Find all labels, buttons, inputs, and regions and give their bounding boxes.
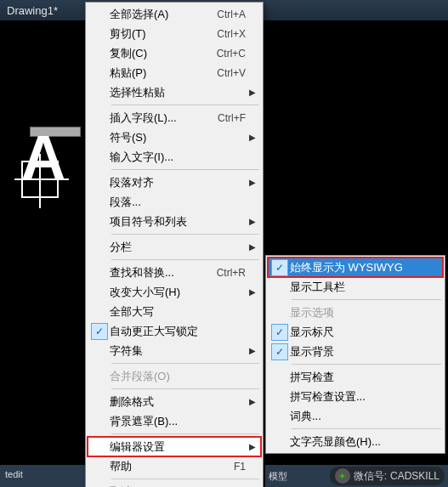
menu-separator bbox=[111, 105, 259, 105]
menu-shortcut: Ctrl+X bbox=[217, 28, 246, 40]
menu-item-label: 词典... bbox=[290, 409, 428, 424]
menu-separator bbox=[111, 479, 259, 479]
menu-item[interactable]: 字符集▶ bbox=[88, 341, 261, 360]
menu-item[interactable]: 复制(C)Ctrl+C bbox=[88, 43, 261, 63]
menu-item-label: 全部大写 bbox=[110, 304, 246, 320]
menu-separator bbox=[292, 299, 441, 300]
check-column: ✓ bbox=[89, 323, 110, 340]
submenu-arrow-icon: ▶ bbox=[246, 287, 256, 297]
menu-item[interactable]: 选择性粘贴▶ bbox=[88, 82, 261, 102]
menu-item-label: 复制(C) bbox=[110, 46, 210, 61]
menu-shortcut: Ctrl+C bbox=[217, 48, 246, 59]
model-tab[interactable]: 模型 bbox=[269, 470, 287, 483]
menu-item[interactable]: 项目符号和列表▶ bbox=[88, 212, 261, 231]
submenu-arrow-icon: ▶ bbox=[246, 178, 256, 187]
menu-shortcut: Ctrl+A bbox=[217, 8, 246, 20]
document-title: Drawing1* bbox=[7, 4, 58, 17]
check-icon: ✓ bbox=[271, 324, 288, 341]
menu-item-label: 自动更正大写锁定 bbox=[110, 324, 246, 339]
menu-item-label: 帮助 bbox=[110, 459, 227, 474]
check-column: ✓ bbox=[269, 343, 290, 360]
menu-item[interactable]: ✓始终显示为 WYSIWYG bbox=[268, 258, 443, 277]
menu-separator bbox=[111, 234, 259, 235]
drawing-canvas: A bbox=[0, 20, 85, 487]
menu-item[interactable]: 背景遮罩(B)... bbox=[88, 411, 261, 431]
menu-item[interactable]: 符号(S)▶ bbox=[88, 127, 261, 147]
wechat-prefix: 微信号: bbox=[354, 469, 387, 484]
menu-item-label: 文字亮显颜色(H)... bbox=[290, 434, 428, 450]
menu-item-label: 项目符号和列表 bbox=[110, 214, 246, 229]
menu-shortcut: Ctrl+R bbox=[217, 267, 246, 279]
menu-item[interactable]: 删除格式▶ bbox=[88, 392, 261, 411]
check-column: ✓ bbox=[269, 259, 290, 276]
menu-item-label: 段落对齐 bbox=[110, 175, 246, 190]
menu-item-label: 粘贴(P) bbox=[110, 65, 210, 81]
menu-separator bbox=[111, 169, 259, 170]
menu-shortcut: Ctrl+V bbox=[217, 67, 246, 79]
check-icon: ✓ bbox=[91, 323, 108, 340]
context-menu: 全部选择(A)Ctrl+A剪切(T)Ctrl+X复制(C)Ctrl+C粘贴(P)… bbox=[85, 2, 264, 487]
menu-item[interactable]: 词典... bbox=[268, 406, 443, 426]
menu-item: 显示选项 bbox=[268, 303, 443, 322]
menu-item[interactable]: 粘贴(P)Ctrl+V bbox=[88, 63, 261, 82]
menu-item[interactable]: 分栏▶ bbox=[88, 237, 261, 257]
menu-item-label: 显示工具栏 bbox=[290, 280, 428, 295]
menu-shortcut: Ctrl+F bbox=[218, 112, 246, 124]
menu-item[interactable]: 改变大小写(H)▶ bbox=[88, 282, 261, 302]
menu-item-label: 编辑器设置 bbox=[110, 439, 246, 455]
menu-item[interactable]: 文字亮显颜色(H)... bbox=[268, 432, 443, 451]
menu-item-label: 删除格式 bbox=[110, 394, 246, 410]
menu-shortcut: F1 bbox=[234, 461, 246, 473]
menu-item-label: 符号(S) bbox=[110, 130, 246, 145]
menu-item[interactable]: 拼写检查设置... bbox=[268, 387, 443, 406]
menu-item-label: 拼写检查设置... bbox=[290, 389, 428, 405]
menu-item[interactable]: 显示工具栏 bbox=[268, 277, 443, 297]
menu-separator bbox=[292, 428, 441, 429]
menu-item[interactable]: ✓显示标尺 bbox=[268, 322, 443, 342]
menu-item[interactable]: ✓显示背景 bbox=[268, 342, 443, 361]
submenu-arrow-icon: ▶ bbox=[246, 133, 256, 142]
menu-item-label: 始终显示为 WYSIWYG bbox=[290, 260, 428, 275]
submenu-arrow-icon: ▶ bbox=[246, 346, 256, 355]
menu-separator bbox=[111, 433, 259, 434]
menu-item-label: 显示选项 bbox=[290, 305, 428, 320]
menu-item-label: 输入文字(I)... bbox=[110, 150, 246, 165]
menu-item-label: 剪切(T) bbox=[110, 26, 210, 42]
menu-item-label: 改变大小写(H) bbox=[110, 285, 246, 300]
menu-item-label: 合并段落(O) bbox=[110, 369, 246, 384]
submenu-arrow-icon: ▶ bbox=[246, 242, 256, 252]
menu-separator bbox=[111, 363, 259, 364]
menu-item[interactable]: 剪切(T)Ctrl+X bbox=[88, 24, 261, 43]
menu-separator bbox=[111, 259, 259, 260]
menu-item-label: 显示背景 bbox=[290, 344, 428, 360]
wechat-handle: CADSKILL bbox=[390, 470, 439, 482]
crosshair-cursor bbox=[21, 161, 59, 198]
menu-item[interactable]: 全部选择(A)Ctrl+A bbox=[88, 4, 261, 24]
submenu-arrow-icon: ▶ bbox=[246, 442, 256, 451]
editor-settings-submenu: ✓始终显示为 WYSIWYG显示工具栏显示选项✓显示标尺✓显示背景拼写检查拼写检… bbox=[265, 255, 445, 454]
menu-item-label: 显示标尺 bbox=[290, 325, 428, 340]
menu-item[interactable]: 帮助F1 bbox=[88, 456, 261, 476]
menu-item[interactable]: 拼写检查 bbox=[268, 367, 443, 387]
menu-item[interactable]: 取消 bbox=[88, 482, 261, 487]
menu-item[interactable]: 输入文字(I)... bbox=[88, 147, 261, 167]
submenu-arrow-icon: ▶ bbox=[246, 217, 256, 226]
command-text: tedit bbox=[5, 469, 23, 479]
submenu-arrow-icon: ▶ bbox=[246, 397, 256, 406]
menu-separator bbox=[111, 388, 259, 389]
check-icon: ✓ bbox=[271, 259, 288, 276]
wechat-icon: ✦ bbox=[335, 468, 350, 484]
menu-item-label: 拼写检查 bbox=[290, 370, 428, 385]
menu-item[interactable]: 查找和替换...Ctrl+R bbox=[88, 263, 261, 282]
menu-item[interactable]: 段落... bbox=[88, 192, 261, 212]
menu-item[interactable]: 全部大写 bbox=[88, 302, 261, 321]
menu-item-label: 取消 bbox=[110, 484, 246, 488]
menu-item[interactable]: ✓自动更正大写锁定 bbox=[88, 321, 261, 341]
command-status: tedit bbox=[0, 465, 85, 487]
menu-item[interactable]: 编辑器设置▶ bbox=[88, 437, 261, 456]
menu-item-label: 选择性粘贴 bbox=[110, 85, 246, 100]
check-icon: ✓ bbox=[271, 343, 288, 360]
check-column: ✓ bbox=[269, 324, 290, 341]
menu-item[interactable]: 段落对齐▶ bbox=[88, 173, 261, 192]
menu-item[interactable]: 插入字段(L)...Ctrl+F bbox=[88, 108, 261, 127]
